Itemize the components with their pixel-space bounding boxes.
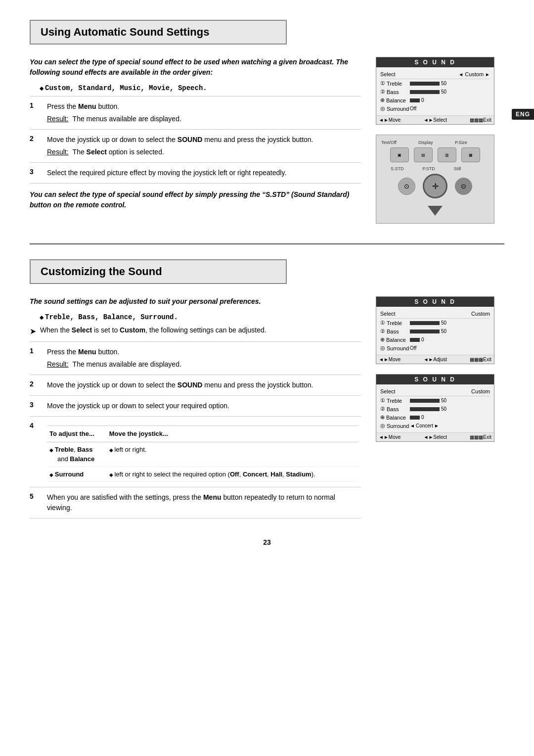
section2-bullet1: Treble, Bass, Balance, Surround. <box>40 313 361 321</box>
sound-panel1-surround-row: ◎ Surround Off <box>380 104 490 113</box>
treble-val: 50 <box>441 81 446 86</box>
step1-result-label: Result: <box>47 114 69 124</box>
remote-btn-display[interactable]: ▤ <box>414 147 433 162</box>
page-container: ENG Using Automatic Sound Settings You c… <box>0 0 534 756</box>
s2-subtable-col2-header: Move the joystick... <box>107 426 358 442</box>
s2-subtable-row2-col1: Surround <box>47 467 107 482</box>
s2-subtable-col1-header: To adjust the... <box>47 426 107 442</box>
sound-panel3-header: S O U N D <box>376 375 494 384</box>
sound-panel2-footer: ◄►Move ◄►Adjust ▦▦▦Exit <box>376 355 494 364</box>
footer-exit: ▦▦▦Exit <box>470 117 491 123</box>
remote-panel: Text/Off Display P.Size ▣ ▤ ▥ ▦ S.STD P.… <box>376 135 494 224</box>
s2-step2-content: Move the joystick up or down to select t… <box>44 375 361 396</box>
sp2-footer-move: ◄►Move <box>379 357 400 362</box>
balance-val: 0 <box>421 97 424 103</box>
remote-label-sstd: S.STD <box>391 166 404 171</box>
arrow-note-text: When the Select is set to Custom, the fo… <box>40 325 267 335</box>
sound-panel-1: S O U N D Select ◄ Custom ► ① Treble <box>376 57 494 125</box>
s2-subtable: To adjust the... Move the joystick... Tr… <box>47 425 358 482</box>
section1: Using Automatic Sound Settings You can s… <box>30 20 504 224</box>
step1-content: Press the Menu button. Result: The menus… <box>44 96 361 130</box>
s2-step4-content: To adjust the... Move the joystick... Tr… <box>44 417 361 487</box>
bass-val: 50 <box>441 89 446 94</box>
sound-panel2-header: S O U N D <box>376 297 494 307</box>
section2: Customizing the Sound The sound settings… <box>30 259 504 519</box>
sound-panel1-select-val: ◄ Custom ► <box>458 71 490 77</box>
step3-content: Select the required picture effect by mo… <box>44 163 361 184</box>
section2-steps: 1 Press the Menu button. Result: The men… <box>30 341 361 519</box>
remote-joystick[interactable]: ✛ <box>423 174 447 198</box>
eng-badge: ENG <box>512 109 534 120</box>
balance-icon: ⊕ <box>380 97 385 103</box>
s2-step2-row: 2 Move the joystick up or down to select… <box>30 375 361 396</box>
sound-panel3-select-label: Select <box>380 388 396 394</box>
sp2-footer-exit: ▦▦▦Exit <box>470 357 491 362</box>
sound-panel3-surround-row: ◎ Surround ◄ Concert ► <box>380 422 490 430</box>
s2-step1-row: 1 Press the Menu button. Result: The men… <box>30 342 361 375</box>
step1-num: 1 <box>30 96 44 130</box>
s2-step3-num: 3 <box>30 396 44 417</box>
sound-panel2-treble-row: ① Treble 50 <box>380 319 490 327</box>
s2-step5-num: 5 <box>30 487 44 519</box>
remote-btn-textoff[interactable]: ▣ <box>390 147 409 162</box>
s2-step4-num: 4 <box>30 417 44 487</box>
section2-arrow-note: ➤ When the Select is set to Custom, the … <box>30 325 361 337</box>
bass-icon: ② <box>380 89 385 95</box>
s2-step1-result-text: The menus available are displayed. <box>73 359 181 370</box>
s2-step4-row: 4 To adjust the... Move the joystick... … <box>30 417 361 487</box>
section1-title: Using Automatic Sound Settings <box>30 20 287 45</box>
step2-num: 2 <box>30 130 44 163</box>
treble-icon: ① <box>380 80 385 87</box>
sound-panel3-custom-label: Custom <box>471 388 490 394</box>
footer-move: ◄►Move <box>379 117 400 123</box>
footer-select: ◄►Select <box>423 117 447 123</box>
sound-panel1-bass-row: ② Bass 50 <box>380 88 490 96</box>
remote-btn-extra[interactable]: ▦ <box>461 147 480 162</box>
remote-top-labels: Text/Off Display P.Size <box>381 140 489 145</box>
step3-row: 3 Select the required picture effect by … <box>30 163 361 184</box>
s2-step3-row: 3 Move the joystick up or down to select… <box>30 396 361 417</box>
bass-bar <box>410 90 440 94</box>
step3-num: 3 <box>30 163 44 184</box>
step1-row: 1 Press the Menu button. Result: The men… <box>30 96 361 130</box>
step2-row: 2 Move the joystick up or down to select… <box>30 130 361 163</box>
section1-intro: You can select the type of special sound… <box>30 57 361 78</box>
step2-result-text: The Select option is selected. <box>73 147 164 157</box>
remote-btn-psize[interactable]: ▥ <box>438 147 456 162</box>
step2-result-label: Result: <box>47 147 69 157</box>
remote-btn-pstd[interactable]: ⊙ <box>455 178 472 195</box>
s2-subtable-header: To adjust the... Move the joystick... <box>47 426 358 442</box>
remote-label-textoff: Text/Off <box>381 140 397 145</box>
sp3-footer-select: ◄►Select <box>423 434 447 440</box>
s2-subtable-row1-col1: Treble, Bass and Balance <box>47 442 107 467</box>
sound-panel3-footer: ◄►Move ◄►Select ▦▦▦Exit <box>376 432 494 441</box>
sound-panel2-balance-row: ⊕ Balance 0 <box>380 335 490 344</box>
s2-step5-content: When you are satisfied with the settings… <box>44 487 361 519</box>
surround-icon: ◎ <box>380 105 385 112</box>
s2-subtable-row2: Surround left or right to select the req… <box>47 467 358 482</box>
s2-subtable-row1-col2: left or right. <box>107 442 358 467</box>
sound-panel3-bass-row: ② Bass 50 <box>380 405 490 413</box>
remote-btn-labels: S.STD P.STD Still <box>381 166 489 171</box>
remote-label-still: Still <box>454 166 461 171</box>
remote-label-pstd: P.STD <box>422 166 435 171</box>
sound-panel1-select-label: Select <box>380 71 396 77</box>
sound-panel-3: S O U N D Select Custom ① Treble 50 <box>376 374 494 442</box>
sound-panel2-custom-label: Custom <box>471 311 490 317</box>
s2-step1-num: 1 <box>30 342 44 375</box>
s2-step5-row: 5 When you are satisfied with the settin… <box>30 487 361 519</box>
section1-right: S O U N D Select ◄ Custom ► ① Treble <box>376 57 504 224</box>
section1-bullet1: Custom, Standard, Music, Movie, Speech. <box>40 84 361 92</box>
section2-right: S O U N D Select Custom ① Treble 50 <box>376 296 504 519</box>
sound-panel1-treble-row: ① Treble 50 <box>380 79 490 88</box>
sound-panel-2: S O U N D Select Custom ① Treble 50 <box>376 296 494 364</box>
surround-val: Off <box>410 106 416 111</box>
sound-panel3-treble-row: ① Treble 50 <box>380 396 490 405</box>
remote-label-display: Display <box>418 140 433 145</box>
arrow-pointer-icon <box>428 206 443 216</box>
step1-result-text: The menus available are displayed. <box>73 114 181 124</box>
remote-btn-sstd[interactable]: ⊙ <box>398 178 415 195</box>
s2-step1-content: Press the Menu button. Result: The menus… <box>44 342 361 375</box>
sp3-footer-exit: ▦▦▦Exit <box>470 434 491 440</box>
remote-label-psize: P.Size <box>455 140 467 145</box>
